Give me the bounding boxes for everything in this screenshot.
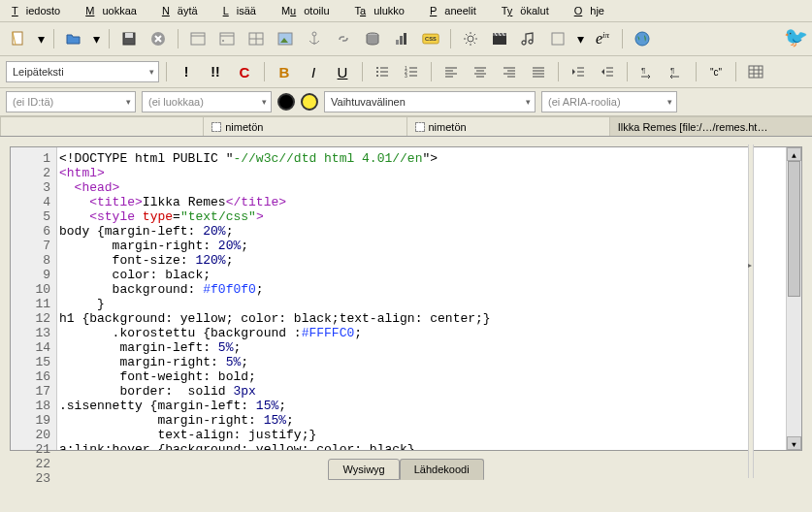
image-icon[interactable] [273, 26, 298, 51]
line-numbers: 1234567891011121314151617181920212223 [11, 147, 57, 450]
align-justify-icon[interactable] [526, 59, 551, 84]
scroll-up-icon[interactable]: ▲ [787, 147, 801, 161]
view-mode-tabs: Wysiwyg Lähdekoodi [0, 455, 812, 484]
css-icon[interactable]: CSS [418, 26, 443, 51]
menu-view[interactable]: Näytä [154, 2, 213, 19]
table-insert-icon[interactable] [743, 59, 768, 84]
menu-panels[interactable]: Paneelit [422, 2, 492, 19]
tab-source[interactable]: Lähdekoodi [400, 459, 484, 480]
svg-point-31 [376, 71, 378, 73]
tab-3[interactable]: Ilkka Remes [file:/…/remes.ht… [609, 116, 812, 136]
font-spacing-combo[interactable]: Vaihtuvavälinen [324, 91, 536, 112]
color-c-icon[interactable]: C [232, 59, 257, 84]
tab-wysiwyg[interactable]: Wysiwyg [328, 459, 399, 480]
underline-button[interactable]: U [330, 59, 355, 84]
globe-icon[interactable] [630, 26, 655, 51]
svg-rect-17 [396, 40, 399, 45]
menu-file[interactable]: Tiedosto [4, 2, 76, 19]
svg-rect-2 [125, 33, 133, 38]
code-editor[interactable]: 1234567891011121314151617181920212223 <!… [10, 146, 802, 451]
italic-button[interactable]: I [301, 59, 326, 84]
view2-icon[interactable] [214, 26, 240, 51]
class-combo[interactable]: (ei luokkaa) [142, 91, 272, 112]
paragraph-style-combo[interactable]: Leipäteksti [6, 61, 159, 82]
dir-ltr-icon[interactable]: ¶ [634, 59, 660, 84]
open-icon[interactable] [61, 26, 86, 51]
tab-0[interactable] [0, 116, 204, 136]
svg-rect-6 [220, 33, 234, 45]
aria-role-combo[interactable]: (ei ARIA-roolia) [541, 91, 677, 112]
svg-rect-18 [400, 36, 403, 45]
menu-edit[interactable]: Muokkaa [78, 2, 152, 19]
chart-icon[interactable] [389, 26, 414, 51]
editor-container: 1234567891011121314151617181920212223 <!… [0, 137, 812, 455]
right-panel-splitter[interactable] [748, 144, 754, 478]
menu-format[interactable]: Muotoilu [274, 2, 345, 19]
link-icon[interactable] [331, 26, 356, 51]
clapper-icon[interactable] [487, 26, 512, 51]
math-icon[interactable]: eiπ [590, 26, 615, 51]
code-area[interactable]: <!DOCTYPE html PUBLIC "-//w3c//dtd html … [57, 147, 786, 450]
music-icon[interactable] [516, 26, 541, 51]
save-icon[interactable] [116, 26, 142, 51]
id-combo[interactable]: (ei ID:tä) [6, 91, 136, 112]
table-icon[interactable] [244, 26, 269, 51]
svg-rect-68 [749, 66, 763, 78]
view1-icon[interactable] [185, 26, 211, 51]
swatch-black[interactable] [277, 93, 295, 111]
doc-icon [415, 122, 425, 132]
class-tag-icon[interactable]: "c" [703, 59, 729, 84]
svg-text:CSS: CSS [425, 36, 437, 42]
new-icon[interactable] [6, 26, 31, 51]
bold-button[interactable]: B [272, 59, 297, 84]
dir-rtl-icon[interactable]: ¶ [664, 59, 689, 84]
align-left-icon[interactable] [438, 59, 464, 84]
svg-point-8 [222, 40, 224, 42]
scroll-thumb[interactable] [788, 161, 800, 297]
window-icon[interactable] [545, 26, 570, 51]
close-icon[interactable] [146, 26, 171, 51]
window-dropdown-icon[interactable]: ▾ [574, 26, 586, 51]
indent-icon[interactable] [595, 59, 620, 84]
doc-icon [211, 122, 221, 132]
bird-logo-icon: 🐦 [784, 25, 808, 48]
svg-rect-23 [493, 36, 506, 45]
outdent-icon[interactable] [566, 59, 591, 84]
new-dropdown-icon[interactable]: ▾ [35, 26, 47, 51]
hdd-icon[interactable] [360, 26, 385, 51]
svg-marker-62 [601, 69, 604, 75]
list-numbers-icon[interactable]: 123 [399, 59, 424, 84]
svg-rect-12 [278, 33, 292, 45]
tab-2[interactable]: nimetön [406, 116, 610, 136]
menu-tools[interactable]: Työkalut [494, 2, 565, 19]
svg-marker-58 [572, 69, 575, 75]
svg-point-22 [468, 36, 473, 42]
vertical-scrollbar[interactable]: ▲ ▼ [786, 147, 801, 450]
tab-1[interactable]: nimetön [203, 116, 406, 136]
svg-text:¶: ¶ [670, 66, 674, 75]
svg-point-32 [376, 75, 378, 77]
menubar: Tiedosto Muokkaa Näytä Lisää Muotoilu Ta… [0, 0, 812, 22]
scroll-down-icon[interactable]: ▼ [787, 436, 801, 450]
document-tabs: nimetön nimetön Ilkka Remes [file:/…/rem… [0, 116, 812, 137]
gear-icon[interactable] [458, 26, 483, 51]
svg-rect-19 [404, 33, 406, 45]
svg-text:3: 3 [405, 73, 407, 79]
h1-icon[interactable]: ! [174, 59, 199, 84]
svg-point-29 [635, 32, 649, 46]
svg-rect-28 [552, 33, 564, 45]
align-right-icon[interactable] [497, 59, 522, 84]
swatch-yellow[interactable] [301, 93, 318, 111]
align-center-icon[interactable] [468, 59, 493, 84]
h2-icon[interactable]: !! [203, 59, 228, 84]
svg-text:¶: ¶ [641, 66, 645, 75]
anchor-icon[interactable] [302, 26, 327, 51]
list-bullets-icon[interactable] [370, 59, 395, 84]
menu-table[interactable]: Taulukko [347, 2, 420, 19]
svg-rect-4 [191, 33, 205, 45]
open-dropdown-icon[interactable]: ▾ [90, 26, 102, 51]
menu-help[interactable]: Ohje [567, 2, 620, 19]
main-toolbar: ▾ ▾ CSS ▾ eiπ 🐦 [0, 22, 812, 56]
filter-bar: (ei ID:tä) (ei luokkaa) Vaihtuvavälinen … [0, 88, 812, 116]
menu-insert[interactable]: Lisää [215, 2, 272, 19]
